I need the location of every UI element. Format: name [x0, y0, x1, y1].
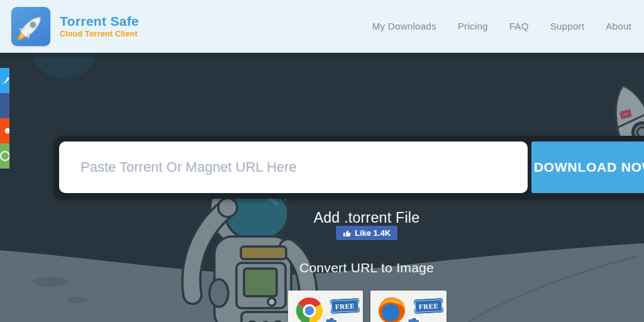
like-count-label: Like 1.4K [355, 228, 391, 238]
share-twitter-icon[interactable] [0, 68, 9, 93]
search-bar: DOWNLOAD NOW [53, 136, 644, 199]
convert-url-heading: Convert URL to Image [89, 260, 644, 275]
brand-title: Torrent Safe [60, 14, 139, 29]
puzzle-piece-icon [404, 313, 423, 322]
nav-faq[interactable]: FAQ [509, 21, 529, 31]
chrome-free-badge: FREE [330, 298, 360, 314]
torrentsafe-page: Torrent Safe Cloud Torrent Client My Dow… [0, 0, 644, 322]
facebook-like-button[interactable]: Like 1.4K [336, 226, 397, 240]
planet-decoration [31, 53, 97, 79]
nav-my-downloads[interactable]: My Downloads [372, 21, 436, 31]
share-whatsapp-icon[interactable] [0, 143, 9, 169]
thumbs-up-icon [343, 230, 351, 237]
add-torrent-heading[interactable]: Add .torrent File [89, 209, 644, 226]
brand-subtitle: Cloud Torrent Client [60, 30, 139, 38]
main-nav: My Downloads Pricing FAQ Support About [372, 21, 644, 31]
firefox-extension-card[interactable]: FREE [370, 291, 447, 322]
nav-pricing[interactable]: Pricing [458, 21, 488, 31]
torrent-url-input[interactable] [59, 142, 528, 193]
rocket-logo-icon [11, 7, 50, 46]
share-reddit-icon[interactable] [0, 118, 9, 143]
chrome-extension-card[interactable]: FREE [288, 291, 363, 322]
firefox-icon [377, 296, 407, 322]
download-now-button[interactable]: DOWNLOAD NOW [531, 142, 644, 193]
header: Torrent Safe Cloud Torrent Client My Dow… [0, 0, 644, 53]
share-facebook-icon[interactable] [0, 93, 9, 118]
firefox-free-badge: FREE [413, 298, 443, 314]
brand-logo[interactable]: Torrent Safe Cloud Torrent Client [0, 7, 139, 46]
chrome-icon [294, 296, 325, 322]
puzzle-piece-icon [321, 313, 340, 322]
nav-support[interactable]: Support [550, 21, 585, 31]
share-strip [0, 68, 9, 169]
nav-about[interactable]: About [606, 21, 631, 31]
brand-text: Torrent Safe Cloud Torrent Client [60, 14, 139, 38]
like-row: Like 1.4K [89, 226, 644, 240]
hero-section: DOWNLOAD NOW Add .torrent File Like 1.4K… [0, 53, 644, 322]
